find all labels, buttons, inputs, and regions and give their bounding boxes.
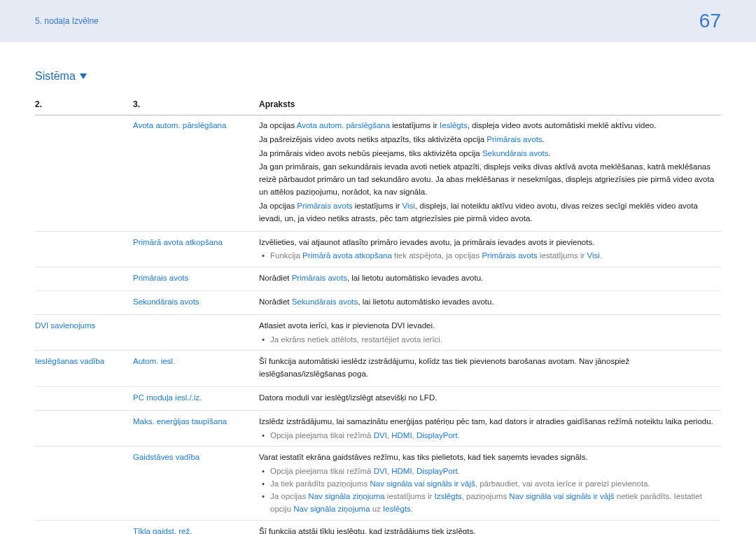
text: Opcija pieejama tikai režīmā (270, 431, 374, 440)
text: HDMI (391, 431, 412, 440)
text: Nav signāla ziņojuma (308, 492, 384, 500)
table-row: Primārā avota atkopšana Izvēlieties, vai… (35, 231, 721, 267)
page-number: 67 (699, 10, 721, 32)
text: iestatījums ir (538, 251, 587, 260)
text: DVI (374, 467, 387, 475)
th-col2: 3. (133, 95, 259, 115)
row-desc: Norādiet Primārais avots, lai lietotu au… (259, 267, 721, 291)
text: Primārais avots (297, 202, 352, 210)
table-row: Maks. enerģijas taupīšana Izslēdz izstrā… (35, 410, 721, 447)
row-label: Primārais avots (133, 267, 259, 291)
row-desc: Izvēlieties, vai atjaunot atlasīto primā… (259, 231, 721, 267)
table-row: Gaidstāves vadība Varat iestatīt ekrāna … (35, 447, 721, 520)
text: Ja primārais video avots nebūs pieejams,… (259, 149, 482, 157)
text: iestatījums ir (385, 492, 435, 500)
row-desc: Izslēdz izstrādājumu, lai samazinātu ene… (259, 410, 721, 447)
row-label: Sekundārais avots (133, 290, 259, 314)
text: Ja gan primārais, gan sekundārais ievada… (259, 161, 715, 198)
text: Funkcija (270, 251, 302, 260)
text: , pārbaudiet, vai avota ierīce ir pareiz… (475, 479, 650, 488)
text: , lai lietotu automātisko ievades avotu. (358, 297, 493, 306)
text: Izslēdz izstrādājumu, lai samazinātu ene… (259, 416, 715, 428)
row-label: Avota autom. pārslēgšana (133, 115, 259, 232)
text: Avota autom. pārslēgšana (297, 121, 390, 129)
text: Ja opcijas (259, 202, 297, 210)
text: . (458, 467, 460, 475)
text: , lai lietotu automātisko ievades avotu. (347, 274, 483, 282)
table-row: Tīkla gaidst. rež. Šī funkcija atstāj tī… (35, 520, 721, 534)
page-content: Sistēma 2. 3. Apraksts Avota autom. pārs… (0, 42, 756, 534)
chevron-down-icon (80, 73, 87, 79)
text: Norādiet (259, 274, 292, 282)
text: . (549, 149, 551, 157)
list-item: Funkcija Primārā avota atkopšana tiek at… (259, 250, 715, 262)
text: iestatījums ir (390, 121, 440, 129)
table-row: Primārais avots Norādiet Primārais avots… (35, 267, 721, 291)
th-col3: Apraksts (259, 95, 721, 115)
list-item: Ja opcijas Nav signāla ziņojuma iestatīj… (259, 491, 715, 516)
text: DVI (374, 431, 387, 440)
list-item: Opcija pieejama tikai režīmā DVI, HDMI, … (259, 465, 715, 478)
list-item: Ja ekrāns netiek attēlots, restartējiet … (259, 334, 715, 346)
text: Ja pašreizējais video avots netiks atpaz… (259, 135, 486, 143)
table-row: PC moduļa iesl./.iz. Datora moduli var i… (35, 387, 721, 411)
row-label: Autom. iesl. (133, 351, 259, 387)
text: DisplayPort (416, 431, 458, 440)
list-item: Opcija pieejama tikai režīmā DVI, HDMI, … (259, 430, 715, 442)
text: Sekundārais avots (482, 149, 549, 157)
text: uz (370, 505, 384, 513)
row-desc: Šī funkcija atstāj tīklu ieslēgtu, kad i… (259, 520, 721, 534)
row-desc: Varat iestatīt ekrāna gaidstāves režīmu,… (259, 447, 721, 520)
row-desc: Ja opcijas Avota autom. pārslēgšana iest… (259, 115, 721, 232)
text: Ieslēgts (383, 505, 411, 513)
text: Datora moduli var ieslēgt/izslēgt atsevi… (259, 392, 715, 405)
header-bar: 5. nodaļa Izvēlne 67 (0, 0, 756, 42)
text: Primārais avots (486, 135, 542, 143)
text: tiek atspējota, ja opcijas (392, 251, 482, 260)
section-title: Sistēma (35, 70, 721, 83)
row-desc: Šī funkcija automātiski ieslēdz izstrādā… (259, 351, 721, 387)
text: Atlasiet avota ierīci, kas ir pievienota… (259, 320, 715, 332)
row-label: Tīkla gaidst. rež. (133, 520, 259, 534)
settings-table: 2. 3. Apraksts Avota autom. pārslēgšana … (35, 95, 721, 534)
row-desc: Norādiet Sekundārais avots, lai lietotu … (259, 290, 721, 314)
row-group: Ieslēgšanas vadība (35, 351, 133, 387)
text: Primārais avots (482, 251, 537, 260)
text: Sekundārais avots (292, 297, 358, 306)
text: Ja tiek parādīts paziņojums (270, 479, 370, 488)
text: Ja opcijas (259, 121, 297, 129)
text: Primārais avots (292, 274, 347, 282)
text: . (458, 431, 460, 440)
row-label: PC moduļa iesl./.iz. (133, 387, 259, 411)
row-label: Maks. enerģijas taupīšana (133, 410, 259, 447)
text: Nav signāla vai signāls ir vājš (509, 492, 614, 500)
table-row: Ieslēgšanas vadība Autom. iesl. Šī funkc… (35, 351, 721, 387)
row-group: DVI savienojums (35, 314, 133, 351)
row-label: Gaidstāves vadība (133, 447, 259, 520)
table-row: Sekundārais avots Norādiet Sekundārais a… (35, 290, 721, 314)
text: Šī funkcija atstāj tīklu ieslēgtu, kad i… (259, 526, 715, 535)
text: Norādiet (259, 297, 292, 306)
text: Ieslēgts (440, 121, 468, 129)
text: Primārā avota atkopšana (302, 251, 392, 260)
text: , displeja video avots automātiski meklē… (468, 121, 657, 129)
text: Visi (587, 251, 600, 260)
text: iestatījums ir (353, 202, 402, 210)
text: Šī funkcija automātiski ieslēdz izstrādā… (259, 356, 715, 381)
table-row: Avota autom. pārslēgšana Ja opcijas Avot… (35, 115, 721, 232)
th-col1: 2. (35, 95, 133, 115)
text: Izvēlieties, vai atjaunot atlasīto primā… (259, 237, 715, 249)
text: Nav signāla vai signāls ir vājš (370, 479, 475, 488)
text: DisplayPort (416, 467, 458, 475)
text: . (600, 251, 602, 260)
text: . (411, 505, 413, 513)
text: Ja opcijas (270, 492, 308, 500)
section-title-text: Sistēma (35, 70, 76, 83)
text: Opcija pieejama tikai režīmā (270, 467, 374, 475)
text: HDMI (391, 467, 412, 475)
text: Visi (402, 202, 415, 210)
row-label: Primārā avota atkopšana (133, 231, 259, 267)
text: Nav signāla ziņojuma (293, 505, 370, 513)
list-item: Ja tiek parādīts paziņojums Nav signāla … (259, 478, 715, 491)
text: , paziņojums (462, 492, 510, 500)
